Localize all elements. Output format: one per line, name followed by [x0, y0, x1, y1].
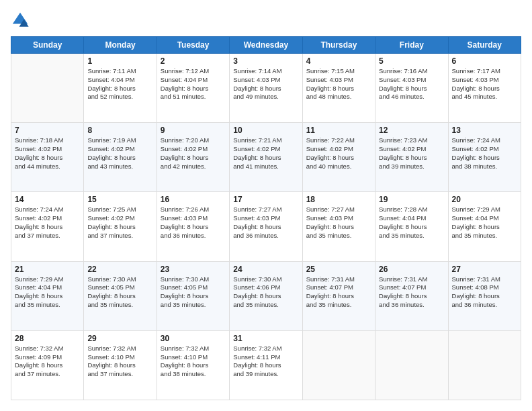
- calendar-cell: 24Sunrise: 7:30 AM Sunset: 4:06 PM Dayli…: [230, 261, 302, 330]
- day-info: Sunrise: 7:11 AM Sunset: 4:04 PM Dayligh…: [87, 67, 152, 101]
- calendar-cell: 27Sunrise: 7:31 AM Sunset: 4:08 PM Dayli…: [448, 261, 521, 330]
- calendar-cell: 23Sunrise: 7:30 AM Sunset: 4:05 PM Dayli…: [157, 261, 229, 330]
- day-info: Sunrise: 7:21 AM Sunset: 4:02 PM Dayligh…: [233, 136, 298, 171]
- weekday-header: Wednesday: [230, 37, 302, 54]
- day-number: 24: [233, 265, 298, 274]
- day-info: Sunrise: 7:27 AM Sunset: 4:03 PM Dayligh…: [233, 205, 298, 240]
- day-number: 9: [161, 126, 226, 135]
- day-number: 23: [161, 265, 226, 274]
- calendar-cell: 12Sunrise: 7:23 AM Sunset: 4:02 PM Dayli…: [375, 123, 448, 192]
- calendar-cell: 14Sunrise: 7:24 AM Sunset: 4:02 PM Dayli…: [11, 192, 84, 261]
- weekday-header: Tuesday: [157, 37, 229, 54]
- day-number: 31: [233, 334, 298, 343]
- calendar-week-row: 21Sunrise: 7:29 AM Sunset: 4:04 PM Dayli…: [11, 261, 521, 330]
- page: SundayMondayTuesdayWednesdayThursdayFrid…: [0, 0, 532, 411]
- day-number: 29: [87, 334, 152, 343]
- calendar-week-row: 28Sunrise: 7:32 AM Sunset: 4:09 PM Dayli…: [11, 330, 521, 400]
- day-info: Sunrise: 7:18 AM Sunset: 4:02 PM Dayligh…: [15, 136, 80, 171]
- day-number: 22: [87, 265, 152, 274]
- day-info: Sunrise: 7:27 AM Sunset: 4:03 PM Dayligh…: [306, 205, 371, 240]
- day-info: Sunrise: 7:30 AM Sunset: 4:05 PM Dayligh…: [161, 275, 226, 310]
- day-info: Sunrise: 7:15 AM Sunset: 4:03 PM Dayligh…: [306, 67, 371, 101]
- weekday-header: Monday: [84, 37, 157, 54]
- day-number: 1: [87, 56, 152, 66]
- day-number: 8: [87, 126, 152, 135]
- calendar-cell: 8Sunrise: 7:19 AM Sunset: 4:02 PM Daylig…: [84, 123, 157, 192]
- day-number: 6: [452, 56, 517, 66]
- day-number: 10: [233, 126, 298, 135]
- day-info: Sunrise: 7:25 AM Sunset: 4:02 PM Dayligh…: [87, 205, 152, 240]
- day-number: 20: [452, 195, 517, 204]
- logo-icon: [11, 11, 30, 30]
- day-info: Sunrise: 7:31 AM Sunset: 4:07 PM Dayligh…: [306, 275, 371, 310]
- day-number: 26: [379, 265, 444, 274]
- day-info: Sunrise: 7:32 AM Sunset: 4:10 PM Dayligh…: [87, 345, 152, 379]
- calendar-cell: 11Sunrise: 7:22 AM Sunset: 4:02 PM Dayli…: [302, 123, 375, 192]
- day-info: Sunrise: 7:23 AM Sunset: 4:02 PM Dayligh…: [379, 136, 444, 171]
- calendar-cell: 22Sunrise: 7:30 AM Sunset: 4:05 PM Dayli…: [84, 261, 157, 330]
- day-info: Sunrise: 7:31 AM Sunset: 4:08 PM Dayligh…: [452, 275, 517, 310]
- day-number: 18: [306, 195, 371, 204]
- day-number: 13: [452, 126, 517, 135]
- day-number: 3: [233, 56, 298, 66]
- calendar-cell: 4Sunrise: 7:15 AM Sunset: 4:03 PM Daylig…: [302, 54, 375, 123]
- header: [11, 11, 521, 30]
- day-number: 27: [452, 265, 517, 274]
- day-number: 14: [15, 195, 80, 204]
- day-info: Sunrise: 7:32 AM Sunset: 4:09 PM Dayligh…: [15, 345, 80, 379]
- day-number: 21: [15, 265, 80, 274]
- calendar-cell: 5Sunrise: 7:16 AM Sunset: 4:03 PM Daylig…: [375, 54, 448, 123]
- day-number: 19: [379, 195, 444, 204]
- day-info: Sunrise: 7:12 AM Sunset: 4:04 PM Dayligh…: [161, 67, 226, 101]
- day-info: Sunrise: 7:30 AM Sunset: 4:06 PM Dayligh…: [233, 275, 298, 310]
- calendar-cell: 18Sunrise: 7:27 AM Sunset: 4:03 PM Dayli…: [302, 192, 375, 261]
- day-info: Sunrise: 7:22 AM Sunset: 4:02 PM Dayligh…: [306, 136, 371, 171]
- day-number: 30: [161, 334, 226, 343]
- calendar-cell: 29Sunrise: 7:32 AM Sunset: 4:10 PM Dayli…: [84, 330, 157, 400]
- calendar-cell: 7Sunrise: 7:18 AM Sunset: 4:02 PM Daylig…: [11, 123, 84, 192]
- calendar-header-row: SundayMondayTuesdayWednesdayThursdayFrid…: [11, 37, 521, 54]
- calendar-cell: [375, 330, 448, 400]
- day-number: 17: [233, 195, 298, 204]
- day-info: Sunrise: 7:31 AM Sunset: 4:07 PM Dayligh…: [379, 275, 444, 310]
- calendar-cell: 10Sunrise: 7:21 AM Sunset: 4:02 PM Dayli…: [230, 123, 302, 192]
- day-info: Sunrise: 7:17 AM Sunset: 4:03 PM Dayligh…: [452, 67, 517, 101]
- day-number: 25: [306, 265, 371, 274]
- day-info: Sunrise: 7:30 AM Sunset: 4:05 PM Dayligh…: [87, 275, 152, 310]
- calendar-cell: 6Sunrise: 7:17 AM Sunset: 4:03 PM Daylig…: [448, 54, 521, 123]
- weekday-header: Saturday: [448, 37, 521, 54]
- calendar-week-row: 7Sunrise: 7:18 AM Sunset: 4:02 PM Daylig…: [11, 123, 521, 192]
- calendar-table: SundayMondayTuesdayWednesdayThursdayFrid…: [11, 36, 521, 400]
- weekday-header: Thursday: [302, 37, 375, 54]
- calendar-cell: 3Sunrise: 7:14 AM Sunset: 4:03 PM Daylig…: [230, 54, 302, 123]
- calendar-week-row: 1Sunrise: 7:11 AM Sunset: 4:04 PM Daylig…: [11, 54, 521, 123]
- day-info: Sunrise: 7:24 AM Sunset: 4:02 PM Dayligh…: [15, 205, 80, 240]
- calendar-cell: [302, 330, 375, 400]
- weekday-header: Friday: [375, 37, 448, 54]
- calendar-cell: 31Sunrise: 7:32 AM Sunset: 4:11 PM Dayli…: [230, 330, 302, 400]
- day-info: Sunrise: 7:14 AM Sunset: 4:03 PM Dayligh…: [233, 67, 298, 101]
- day-number: 2: [161, 56, 226, 66]
- day-info: Sunrise: 7:20 AM Sunset: 4:02 PM Dayligh…: [161, 136, 226, 171]
- weekday-header: Sunday: [11, 37, 84, 54]
- calendar-cell: 13Sunrise: 7:24 AM Sunset: 4:02 PM Dayli…: [448, 123, 521, 192]
- day-info: Sunrise: 7:32 AM Sunset: 4:11 PM Dayligh…: [233, 345, 298, 379]
- day-info: Sunrise: 7:16 AM Sunset: 4:03 PM Dayligh…: [379, 67, 444, 101]
- calendar-cell: 19Sunrise: 7:28 AM Sunset: 4:04 PM Dayli…: [375, 192, 448, 261]
- day-number: 12: [379, 126, 444, 135]
- day-info: Sunrise: 7:28 AM Sunset: 4:04 PM Dayligh…: [379, 205, 444, 240]
- calendar-cell: 17Sunrise: 7:27 AM Sunset: 4:03 PM Dayli…: [230, 192, 302, 261]
- calendar-cell: [448, 330, 521, 400]
- logo: [11, 11, 32, 30]
- day-info: Sunrise: 7:29 AM Sunset: 4:04 PM Dayligh…: [452, 205, 517, 240]
- calendar-cell: 15Sunrise: 7:25 AM Sunset: 4:02 PM Dayli…: [84, 192, 157, 261]
- calendar-cell: 21Sunrise: 7:29 AM Sunset: 4:04 PM Dayli…: [11, 261, 84, 330]
- calendar-cell: 30Sunrise: 7:32 AM Sunset: 4:10 PM Dayli…: [157, 330, 229, 400]
- day-number: 7: [15, 126, 80, 135]
- day-number: 5: [379, 56, 444, 66]
- day-info: Sunrise: 7:29 AM Sunset: 4:04 PM Dayligh…: [15, 275, 80, 310]
- calendar-cell: 20Sunrise: 7:29 AM Sunset: 4:04 PM Dayli…: [448, 192, 521, 261]
- calendar-cell: 28Sunrise: 7:32 AM Sunset: 4:09 PM Dayli…: [11, 330, 84, 400]
- calendar-cell: 16Sunrise: 7:26 AM Sunset: 4:03 PM Dayli…: [157, 192, 229, 261]
- calendar-cell: 2Sunrise: 7:12 AM Sunset: 4:04 PM Daylig…: [157, 54, 229, 123]
